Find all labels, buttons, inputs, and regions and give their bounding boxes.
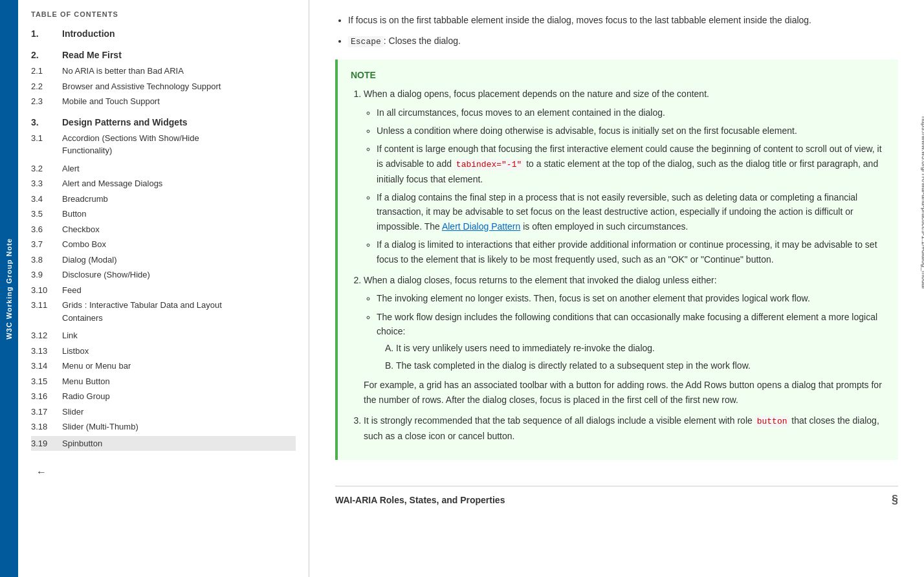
- toc-item-3-3[interactable]: 3.3 Alert and Message Dialogs: [31, 177, 296, 190]
- note-title: NOTE: [351, 70, 885, 80]
- toc-label-3-13: Listbox: [62, 345, 89, 358]
- toc-num-3-5: 3.5: [31, 208, 62, 221]
- note-item-1-sub-5: If a dialog is limited to interactions t…: [377, 237, 885, 267]
- toc-num-3-13: 3.13: [31, 345, 62, 358]
- toc-label-2-2: Browser and Assistive Technology Support: [62, 80, 221, 93]
- toc-item-3-13[interactable]: 3.13 Listbox: [31, 345, 296, 358]
- toc-label-3-16: Radio Group: [62, 390, 110, 403]
- toc-item-3-6[interactable]: 3.6 Checkbox: [31, 223, 296, 236]
- toc-label-3-6: Checkbox: [62, 223, 100, 236]
- toc-label-3-11: Grids : Interactive Tabular Data and Lay…: [62, 299, 222, 324]
- toc-label-3-9: Disclosure (Show/Hide): [62, 268, 150, 281]
- note-item-3: It is strongly recommended that the tab …: [364, 413, 885, 443]
- toc-label-3-7: Combo Box: [62, 238, 106, 251]
- toc-item-3-17[interactable]: 3.17 Slider: [31, 406, 296, 419]
- note-item-2-sub: The invoking element no longer exists. T…: [377, 291, 885, 373]
- toc-label-2: Read Me First: [62, 49, 122, 62]
- alpha-list: It is very unlikely users need to immedi…: [396, 341, 885, 373]
- toc-item-3-15[interactable]: 3.15 Menu Button: [31, 375, 296, 388]
- rotated-url: https://www.w3.org/TR/wai-aria-practices…: [921, 116, 925, 288]
- toc-label-3-15: Menu Button: [62, 375, 110, 388]
- toc-item-3-11[interactable]: 3.11 Grids : Interactive Tabular Data an…: [31, 299, 296, 324]
- toc-label-3-5: Button: [62, 208, 87, 221]
- toc-num-3-3: 3.3: [31, 177, 62, 190]
- toc-title: TABLE OF CONTENTS: [31, 10, 296, 18]
- toc-item-2[interactable]: 2. Read Me First: [31, 49, 296, 62]
- toc-label-3-18: Slider (Multi-Thumb): [62, 420, 138, 433]
- toc-num-3-14: 3.14: [31, 360, 62, 373]
- note-box: NOTE When a dialog opens, focus placemen…: [335, 60, 898, 460]
- toc-num-3-8: 3.8: [31, 254, 62, 267]
- toc-item-3-16[interactable]: 3.16 Radio Group: [31, 390, 296, 403]
- toc-label-3-3: Alert and Message Dialogs: [62, 177, 162, 190]
- toc-num-3-9: 3.9: [31, 268, 62, 281]
- note-ordered-list: When a dialog opens, focus placement dep…: [364, 87, 885, 443]
- intro-bullet-item-focus: If focus is on the first tabbable elemen…: [348, 13, 898, 27]
- tabindex-code: tabindex="-1": [454, 159, 523, 170]
- toc-item-1[interactable]: 1. Introduction: [31, 27, 296, 41]
- toc-item-3-1[interactable]: 3.1 Accordion (Sections With Show/HideFu…: [31, 132, 296, 157]
- toc-num-3: 3.: [31, 116, 62, 129]
- toc-num-1: 1.: [31, 27, 62, 41]
- note-item-1-sub-3: If content is large enough that focusing…: [377, 142, 885, 186]
- note-item-2-sub-2: The work flow design includes the follow…: [377, 310, 885, 373]
- toc-item-3-18[interactable]: 3.18 Slider (Multi-Thumb): [31, 420, 296, 433]
- toc-item-3-9[interactable]: 3.9 Disclosure (Show/Hide): [31, 268, 296, 281]
- toc-num-3-16: 3.16: [31, 390, 62, 403]
- alert-dialog-link[interactable]: Alert Dialog Pattern: [442, 221, 520, 232]
- toc-item-3-8[interactable]: 3.8 Dialog (Modal): [31, 254, 296, 267]
- note-item-2-extra: For example, a grid has an associated to…: [364, 378, 885, 407]
- note-item-1-sub-4: If a dialog contains the final step in a…: [377, 190, 885, 234]
- note-item-1-sub-1: In all circumstances, focus moves to an …: [377, 105, 885, 120]
- toc-item-3-4[interactable]: 3.4 Breadcrumb: [31, 193, 296, 206]
- alpha-item-a: It is very unlikely users need to immedi…: [396, 341, 885, 355]
- toc-num-2-2: 2.2: [31, 80, 62, 93]
- toc-num-3-7: 3.7: [31, 238, 62, 251]
- toc-item-3-10[interactable]: 3.10 Feed: [31, 284, 296, 297]
- toc-label-3-14: Menu or Menu bar: [62, 360, 131, 373]
- section-footer: WAI-ARIA Roles, States, and Properties §: [335, 486, 898, 506]
- toc-item-3-5[interactable]: 3.5 Button: [31, 208, 296, 221]
- toc-num-3-15: 3.15: [31, 375, 62, 388]
- toc-item-3-12[interactable]: 3.12 Link: [31, 329, 296, 342]
- toc-item-2-3[interactable]: 2.3 Mobile and Touch Support: [31, 95, 296, 108]
- intro-bullet-list: If focus is on the first tabbable elemen…: [348, 13, 898, 27]
- toc-item-3-14[interactable]: 3.14 Menu or Menu bar: [31, 360, 296, 373]
- back-arrow-icon[interactable]: ←: [31, 464, 52, 481]
- toc-num-3-2: 3.2: [31, 162, 62, 175]
- toc-num-3-6: 3.6: [31, 223, 62, 236]
- toc-num-2-3: 2.3: [31, 95, 62, 108]
- toc-label-3-19: Spinbutton: [62, 437, 102, 450]
- escape-code: Escape: [348, 36, 384, 47]
- toc-num-3-19: 3.19: [31, 437, 62, 450]
- toc-num-3-12: 3.12: [31, 329, 62, 342]
- toc-label-3-1: Accordion (Sections With Show/HideFuncti…: [62, 132, 199, 157]
- toc-item-2-2[interactable]: 2.2 Browser and Assistive Technology Sup…: [31, 80, 296, 93]
- note-item-1-sub: In all circumstances, focus moves to an …: [377, 105, 885, 267]
- toc-label-2-3: Mobile and Touch Support: [62, 95, 160, 108]
- note-item-1-sub-2: Unless a condition where doing otherwise…: [377, 124, 885, 138]
- toc-label-3-10: Feed: [62, 284, 82, 297]
- toc-num-3-10: 3.10: [31, 284, 62, 297]
- back-nav[interactable]: ←: [31, 464, 296, 481]
- alpha-item-b: The task completed in the dialog is dire…: [396, 358, 885, 373]
- footer-label: WAI-ARIA Roles, States, and Properties: [335, 495, 505, 505]
- toc-item-3[interactable]: 3. Design Patterns and Widgets: [31, 116, 296, 129]
- w3c-sidebar: W3C Working Group Note: [0, 0, 18, 577]
- toc-label-3-17: Slider: [62, 406, 83, 419]
- note-item-2-sub-1: The invoking element no longer exists. T…: [377, 291, 885, 305]
- toc-item-2-1[interactable]: 2.1 No ARIA is better than Bad ARIA: [31, 65, 296, 78]
- toc-label-2-1: No ARIA is better than Bad ARIA: [62, 65, 184, 78]
- toc-item-3-2[interactable]: 3.2 Alert: [31, 162, 296, 175]
- escape-bullet-list: Escape: Closes the dialog.: [348, 34, 898, 49]
- toc-item-3-7[interactable]: 3.7 Combo Box: [31, 238, 296, 251]
- toc-num-2: 2.: [31, 49, 62, 62]
- toc-num-3-17: 3.17: [31, 406, 62, 419]
- toc-item-3-19[interactable]: 3.19 Spinbutton: [31, 436, 296, 452]
- toc-label-1: Introduction: [62, 27, 115, 41]
- toc-label-3: Design Patterns and Widgets: [62, 116, 188, 129]
- section-sign: §: [892, 493, 898, 506]
- toc-num-3-11: 3.11: [31, 299, 62, 324]
- toc-num-3-1: 3.1: [31, 132, 62, 157]
- toc-label-3-2: Alert: [62, 162, 80, 175]
